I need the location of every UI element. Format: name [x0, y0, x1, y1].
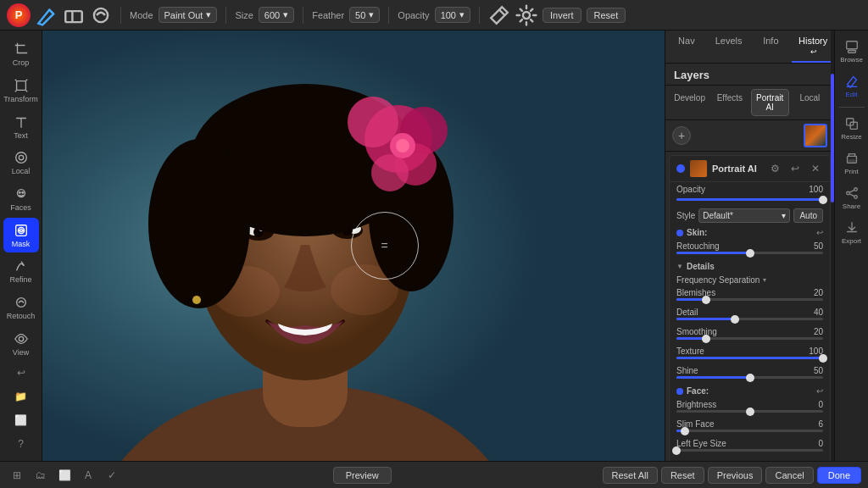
- texture-track[interactable]: [676, 357, 823, 359]
- settings-btn[interactable]: [515, 4, 537, 26]
- right-panel-tabs: Nav Levels Info History ↩: [665, 30, 834, 64]
- erase-tool-btn[interactable]: [63, 4, 85, 26]
- rect-icon[interactable]: ⬜: [11, 410, 31, 430]
- reset-bottom-btn[interactable]: Reset: [661, 467, 704, 484]
- details-section[interactable]: ▼ Details: [670, 259, 830, 274]
- layer-thumbnail[interactable]: [804, 124, 827, 147]
- opacity-dropdown[interactable]: 100 ▾: [435, 7, 470, 23]
- browse-btn[interactable]: Browse: [837, 36, 867, 67]
- panel-settings-icon[interactable]: ⚙: [767, 161, 782, 176]
- slim-face-row: Slim Face 6: [670, 418, 830, 437]
- retouching-label: Retouching: [676, 241, 720, 251]
- detail-thumb[interactable]: [731, 315, 739, 324]
- folder-bottom-icon[interactable]: 🗂: [31, 465, 51, 485]
- export-btn[interactable]: Export: [837, 217, 867, 248]
- help-icon[interactable]: ?: [11, 434, 31, 454]
- add-layer-btn[interactable]: +: [672, 126, 691, 145]
- reset-btn[interactable]: Reset: [587, 8, 626, 23]
- refine-tool[interactable]: Refine: [3, 254, 39, 289]
- eyedropper-btn[interactable]: [488, 4, 510, 26]
- panel-header: Portrait AI ⚙ ↩ ✕: [670, 156, 830, 182]
- style-dropdown[interactable]: Default* ▾: [698, 208, 790, 223]
- retouch-tool[interactable]: Retouch: [3, 291, 39, 325]
- svg-point-49: [854, 188, 857, 191]
- opacity-slider-row[interactable]: [670, 197, 830, 206]
- text-tool[interactable]: Text: [3, 109, 39, 144]
- detail-value: 40: [814, 308, 823, 317]
- freq-sep-row[interactable]: Frequency Separation ▾: [670, 274, 830, 286]
- far-right-sep-1: [839, 107, 865, 108]
- mask-tool[interactable]: Mask: [3, 218, 39, 252]
- opacity-slider-thumb[interactable]: [819, 196, 827, 204]
- shine-thumb[interactable]: [746, 374, 754, 382]
- svg-line-52: [849, 190, 854, 192]
- skin-reset-icon[interactable]: ↩: [816, 228, 823, 237]
- smoothing-thumb[interactable]: [702, 335, 710, 343]
- crop-tool[interactable]: Crop: [3, 37, 39, 72]
- grid-icon[interactable]: ⊞: [7, 465, 27, 485]
- svg-rect-6: [16, 81, 25, 91]
- left-eye-thumb[interactable]: [672, 446, 681, 455]
- right-scrollbar[interactable]: [831, 30, 834, 461]
- auto-btn[interactable]: Auto: [793, 208, 823, 223]
- slim-face-track[interactable]: [676, 430, 823, 432]
- shine-track[interactable]: [676, 376, 823, 379]
- left-eye-size-track[interactable]: [676, 449, 823, 452]
- canvas-area[interactable]: [42, 30, 665, 461]
- texture-thumb[interactable]: [819, 354, 827, 363]
- tab-levels[interactable]: Levels: [708, 30, 750, 63]
- retouching-thumb[interactable]: [746, 249, 754, 258]
- done-btn[interactable]: Done: [817, 467, 861, 484]
- undo-icon[interactable]: ↩: [11, 363, 31, 383]
- rect-bottom-icon[interactable]: ⬜: [54, 465, 75, 485]
- photo-canvas[interactable]: [42, 30, 665, 461]
- mode-dropdown[interactable]: Paint Out ▾: [159, 7, 218, 23]
- edit-btn[interactable]: Edit: [837, 70, 867, 102]
- check-icon[interactable]: ✓: [102, 465, 122, 485]
- panel-close-icon[interactable]: ✕: [808, 161, 823, 176]
- brightness-track[interactable]: [676, 410, 823, 413]
- face-reset-icon[interactable]: ↩: [816, 386, 823, 396]
- shine-value: 50: [814, 366, 823, 375]
- faces-tool[interactable]: Faces: [3, 182, 39, 217]
- size-dropdown[interactable]: 600 ▾: [259, 7, 294, 23]
- brush-tool-btn[interactable]: [36, 4, 58, 26]
- resize-btn[interactable]: Resize: [837, 113, 867, 144]
- cancel-btn[interactable]: Cancel: [765, 467, 813, 484]
- invert-btn[interactable]: Invert: [542, 8, 581, 23]
- tab-history[interactable]: History ↩: [792, 30, 834, 63]
- view-tool[interactable]: View: [3, 326, 39, 361]
- brightness-label: Brightness: [676, 400, 716, 409]
- text-bottom-icon[interactable]: A: [78, 465, 98, 485]
- blemishes-thumb[interactable]: [702, 296, 710, 304]
- skin-label: Skin:: [687, 228, 813, 237]
- dtab-effects[interactable]: Effects: [710, 89, 748, 116]
- svg-point-15: [19, 336, 23, 341]
- opacity-slider-track[interactable]: [676, 198, 823, 201]
- retouching-slider-track[interactable]: [676, 252, 823, 254]
- brightness-thumb[interactable]: [746, 408, 754, 416]
- dtab-local[interactable]: Local: [791, 89, 829, 116]
- panel-scroll[interactable]: Opacity 100 Style Default* ▾ A: [670, 182, 830, 461]
- panel-reset-icon[interactable]: ↩: [787, 161, 803, 176]
- dtab-develop[interactable]: Develop: [670, 89, 709, 116]
- slim-face-thumb[interactable]: [681, 427, 689, 435]
- scrollbar-thumb[interactable]: [831, 74, 834, 202]
- tab-info[interactable]: Info: [750, 30, 793, 63]
- face-feature-row: Face: ↩: [670, 384, 830, 398]
- ai-tool-btn[interactable]: [90, 4, 112, 26]
- folder-icon[interactable]: 📁: [11, 386, 31, 407]
- local-tool[interactable]: Local: [3, 146, 39, 180]
- share-btn[interactable]: Share: [837, 182, 867, 214]
- feather-dropdown[interactable]: 50 ▾: [349, 7, 380, 23]
- dtab-portrait-ai[interactable]: Portrait AI: [751, 89, 789, 116]
- print-btn[interactable]: Print: [837, 147, 867, 179]
- reset-all-btn[interactable]: Reset All: [603, 467, 658, 484]
- tab-nav[interactable]: Nav: [665, 30, 708, 63]
- blemishes-track[interactable]: [676, 298, 823, 301]
- transform-tool[interactable]: Transform: [3, 74, 39, 108]
- preview-btn[interactable]: Preview: [333, 467, 392, 484]
- detail-track[interactable]: [676, 318, 823, 320]
- previous-btn[interactable]: Previous: [708, 467, 763, 484]
- smoothing-track[interactable]: [676, 337, 823, 340]
